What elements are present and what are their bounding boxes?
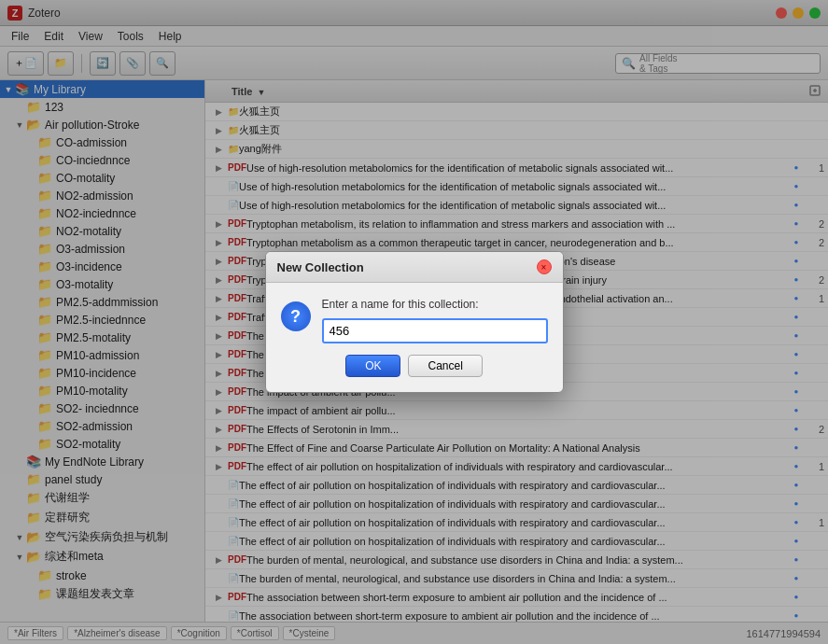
modal-title: New Collection	[277, 260, 364, 274]
modal-cancel-button[interactable]: Cancel	[408, 355, 482, 377]
modal-content-row: ? Enter a name for this collection:	[281, 298, 548, 343]
modal-title-bar: New Collection ×	[266, 252, 563, 283]
modal-close-button[interactable]: ×	[537, 259, 552, 274]
modal-input-area: Enter a name for this collection:	[322, 298, 548, 343]
modal-question-icon: ?	[281, 301, 311, 331]
new-collection-dialog: New Collection × ? Enter a name for this…	[265, 251, 564, 393]
modal-body: ? Enter a name for this collection: OK C…	[266, 283, 563, 392]
modal-buttons: OK Cancel	[281, 355, 548, 377]
collection-name-input[interactable]	[322, 318, 548, 343]
modal-overlay[interactable]: New Collection × ? Enter a name for this…	[0, 0, 828, 644]
modal-ok-button[interactable]: OK	[345, 355, 400, 377]
modal-label: Enter a name for this collection:	[322, 298, 548, 311]
